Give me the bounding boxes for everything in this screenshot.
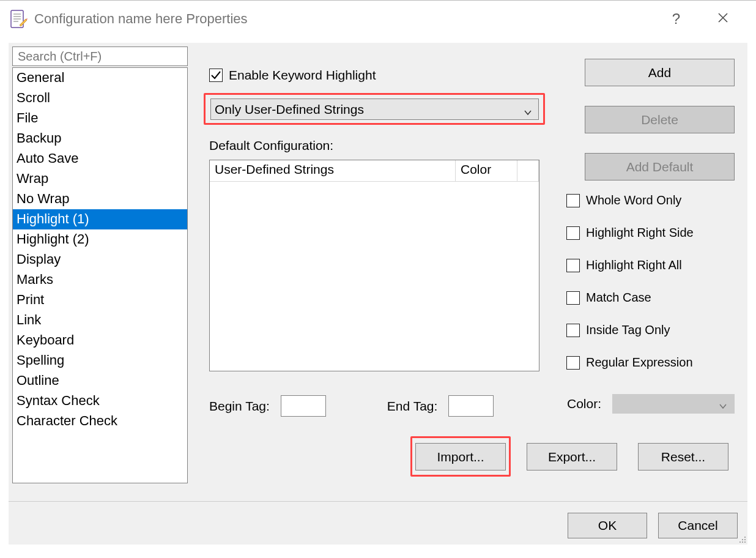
sidebar-item-print[interactable]: Print bbox=[13, 290, 187, 310]
reset-button[interactable]: Reset... bbox=[638, 443, 728, 471]
checkbox-checked-icon bbox=[209, 69, 223, 82]
help-button[interactable]: ? bbox=[672, 12, 680, 26]
option-label: Inside Tag Only bbox=[586, 323, 670, 337]
highlight-mode-dropdown[interactable]: Only User-Defined Strings bbox=[210, 99, 539, 120]
checkbox-icon bbox=[566, 194, 580, 207]
default-config-label: Default Configuration: bbox=[209, 138, 333, 153]
checkbox-icon bbox=[566, 259, 580, 272]
svg-point-8 bbox=[739, 541, 741, 543]
sidebar-item-auto-save[interactable]: Auto Save bbox=[13, 149, 187, 169]
sidebar-item-keyboard[interactable]: Keyboard bbox=[13, 330, 187, 351]
option-whole-word-only[interactable]: Whole Word Only bbox=[566, 193, 735, 207]
sidebar-item-marks[interactable]: Marks bbox=[13, 270, 187, 290]
import-button[interactable]: Import... bbox=[415, 443, 506, 471]
add-button[interactable]: Add bbox=[585, 59, 735, 86]
table-header-spacer bbox=[517, 160, 539, 182]
separator bbox=[9, 501, 747, 502]
window-title: Configuration name here Properties bbox=[34, 11, 672, 27]
sidebar-item-spelling[interactable]: Spelling bbox=[13, 351, 187, 371]
app-icon bbox=[9, 9, 28, 29]
sidebar-item-file[interactable]: File bbox=[13, 108, 187, 128]
search-input[interactable] bbox=[12, 46, 188, 66]
checkbox-icon bbox=[566, 291, 580, 305]
option-inside-tag-only[interactable]: Inside Tag Only bbox=[566, 323, 735, 337]
close-button[interactable] bbox=[717, 12, 729, 26]
begin-tag-label: Begin Tag: bbox=[209, 399, 270, 414]
option-highlight-right-all[interactable]: Highlight Right All bbox=[566, 258, 735, 272]
add-default-button[interactable]: Add Default bbox=[585, 153, 735, 180]
cancel-button[interactable]: Cancel bbox=[658, 513, 738, 538]
sidebar-item-display[interactable]: Display bbox=[13, 250, 187, 270]
sidebar-item-link[interactable]: Link bbox=[13, 310, 187, 330]
sidebar-item-scroll[interactable]: Scroll bbox=[13, 88, 187, 108]
sidebar-item-backup[interactable]: Backup bbox=[13, 128, 187, 149]
sidebar-item-outline[interactable]: Outline bbox=[13, 371, 187, 391]
svg-point-9 bbox=[742, 541, 743, 543]
option-label: Match Case bbox=[586, 291, 651, 305]
sidebar-item-wrap[interactable]: Wrap bbox=[13, 169, 187, 189]
begin-tag-input[interactable] bbox=[281, 395, 326, 417]
color-label: Color: bbox=[567, 396, 601, 411]
table-header-color[interactable]: Color bbox=[456, 160, 517, 182]
dialog-body: GeneralScrollFileBackupAuto SaveWrapNo W… bbox=[9, 43, 747, 545]
svg-point-5 bbox=[744, 537, 746, 538]
option-match-case[interactable]: Match Case bbox=[566, 291, 735, 305]
svg-point-6 bbox=[742, 539, 743, 540]
chevron-down-icon bbox=[719, 399, 727, 414]
strings-table[interactable]: User-Defined Strings Color bbox=[209, 160, 539, 371]
color-picker[interactable] bbox=[612, 394, 735, 414]
sidebar-item-no-wrap[interactable]: No Wrap bbox=[13, 189, 187, 209]
sidebar-item-highlight-2-[interactable]: Highlight (2) bbox=[13, 229, 187, 250]
export-button[interactable]: Export... bbox=[527, 443, 617, 471]
table-header-strings[interactable]: User-Defined Strings bbox=[210, 160, 456, 182]
sidebar-item-character-check[interactable]: Character Check bbox=[13, 411, 187, 431]
option-label: Highlight Right All bbox=[586, 258, 682, 272]
resize-grip[interactable] bbox=[736, 534, 746, 543]
category-list[interactable]: GeneralScrollFileBackupAuto SaveWrapNo W… bbox=[12, 67, 188, 483]
enable-keyword-highlight-checkbox[interactable]: Enable Keyword Highlight bbox=[209, 68, 376, 83]
option-highlight-right-side[interactable]: Highlight Right Side bbox=[566, 226, 735, 240]
option-label: Highlight Right Side bbox=[586, 226, 694, 240]
ok-button[interactable]: OK bbox=[568, 513, 647, 538]
svg-point-7 bbox=[744, 539, 746, 540]
end-tag-label: End Tag: bbox=[387, 399, 438, 414]
svg-point-10 bbox=[744, 541, 746, 543]
option-regular-expression[interactable]: Regular Expression bbox=[566, 355, 735, 370]
sidebar-item-syntax-check[interactable]: Syntax Check bbox=[13, 391, 187, 411]
option-label: Regular Expression bbox=[586, 355, 693, 370]
sidebar-item-general[interactable]: General bbox=[13, 68, 187, 88]
titlebar: Configuration name here Properties ? bbox=[0, 0, 756, 37]
chevron-down-icon bbox=[524, 105, 532, 120]
checkbox-icon bbox=[566, 324, 580, 337]
end-tag-input[interactable] bbox=[448, 395, 494, 417]
option-label: Whole Word Only bbox=[586, 193, 681, 207]
checkbox-icon bbox=[566, 356, 580, 370]
sidebar-item-highlight-1-[interactable]: Highlight (1) bbox=[13, 209, 187, 229]
delete-button[interactable]: Delete bbox=[585, 106, 735, 133]
checkbox-label: Enable Keyword Highlight bbox=[229, 68, 376, 83]
dropdown-value: Only User-Defined Strings bbox=[215, 102, 364, 117]
checkbox-icon bbox=[566, 226, 580, 240]
main-panel: Enable Keyword Highlight Only User-Defin… bbox=[204, 46, 738, 545]
